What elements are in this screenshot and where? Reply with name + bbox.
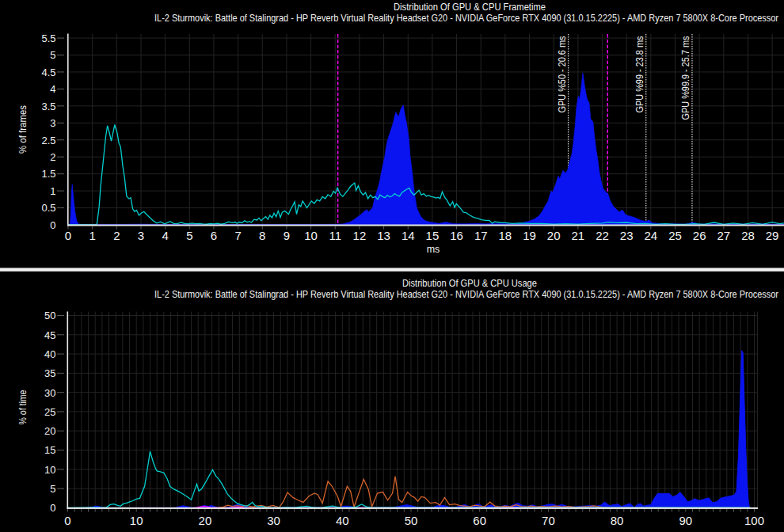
svg-text:5: 5 [50, 49, 55, 61]
svg-text:5: 5 [50, 483, 55, 495]
svg-text:25: 25 [668, 229, 682, 242]
svg-text:40: 40 [44, 348, 55, 360]
svg-text:3: 3 [50, 117, 55, 129]
svg-text:27: 27 [717, 229, 730, 242]
svg-text:9: 9 [284, 229, 290, 242]
svg-text:% of time: % of time [17, 390, 29, 424]
svg-text:Distribution Of GPU & CPU Fram: Distribution Of GPU & CPU Frametime [394, 1, 546, 13]
svg-text:100: 100 [744, 514, 764, 527]
svg-text:2: 2 [50, 151, 55, 163]
svg-text:4: 4 [162, 229, 168, 242]
svg-text:3: 3 [138, 229, 144, 242]
svg-text:12: 12 [353, 229, 367, 242]
svg-text:0: 0 [64, 514, 70, 527]
svg-text:11: 11 [329, 229, 341, 242]
svg-text:1: 1 [50, 185, 55, 197]
svg-text:0.5: 0.5 [41, 202, 55, 214]
svg-text:24: 24 [644, 229, 657, 242]
svg-text:22: 22 [596, 229, 609, 242]
svg-text:80: 80 [611, 514, 624, 527]
svg-text:14: 14 [402, 229, 415, 242]
svg-text:10: 10 [130, 514, 143, 527]
svg-text:19: 19 [523, 229, 536, 242]
svg-text:8: 8 [259, 229, 265, 242]
svg-text:2.5: 2.5 [41, 135, 55, 146]
svg-text:5.5: 5.5 [41, 32, 55, 44]
svg-text:25: 25 [44, 406, 55, 418]
svg-text:50: 50 [405, 514, 418, 527]
svg-text:16: 16 [450, 229, 463, 242]
svg-text:23: 23 [620, 229, 634, 242]
svg-text:17: 17 [474, 229, 488, 242]
svg-text:6: 6 [211, 229, 217, 242]
svg-text:2: 2 [113, 229, 120, 242]
svg-text:Distribution Of GPU & CPU Usag: Distribution Of GPU & CPU Usage [402, 277, 537, 289]
svg-text:0: 0 [50, 219, 55, 231]
svg-text:ms: ms [427, 244, 440, 255]
svg-text:20: 20 [44, 425, 55, 437]
svg-text:4.5: 4.5 [41, 66, 55, 78]
svg-text:1.5: 1.5 [41, 168, 55, 180]
svg-text:10: 10 [304, 229, 318, 242]
svg-text:IL-2 Sturmovik: Battle of Stal: IL-2 Sturmovik: Battle of Stalingrad - H… [154, 12, 779, 24]
svg-text:26: 26 [693, 229, 706, 242]
svg-text:90: 90 [679, 514, 692, 527]
svg-text:13: 13 [377, 229, 390, 242]
svg-text:45: 45 [44, 329, 55, 341]
svg-text:10: 10 [44, 464, 55, 476]
svg-text:GPU %99 - 23.8 ms: GPU %99 - 23.8 ms [634, 36, 645, 113]
svg-text:30: 30 [267, 514, 280, 527]
svg-text:18: 18 [499, 229, 512, 242]
svg-text:GPU %50 - 20.6 ms: GPU %50 - 20.6 ms [557, 36, 568, 113]
svg-text:29: 29 [766, 229, 779, 242]
svg-text:GPU %99.9 - 25.7 ms: GPU %99.9 - 25.7 ms [680, 36, 691, 120]
svg-text:70: 70 [542, 514, 555, 527]
svg-text:4: 4 [50, 83, 55, 95]
svg-text:15: 15 [44, 444, 55, 456]
svg-text:60: 60 [473, 514, 486, 527]
svg-text:28: 28 [741, 229, 755, 242]
svg-text:5: 5 [186, 229, 192, 242]
svg-text:1: 1 [89, 229, 95, 242]
svg-text:0: 0 [65, 229, 71, 242]
svg-text:35: 35 [44, 367, 55, 379]
svg-text:20: 20 [547, 229, 561, 242]
svg-text:15: 15 [426, 229, 440, 242]
svg-text:50: 50 [44, 310, 55, 321]
svg-text:30: 30 [44, 387, 55, 399]
svg-text:0: 0 [50, 502, 55, 514]
svg-text:40: 40 [336, 514, 349, 527]
svg-text:20: 20 [199, 514, 212, 527]
svg-text:7: 7 [234, 229, 241, 242]
svg-text:3.5: 3.5 [41, 101, 55, 112]
svg-text:21: 21 [572, 229, 585, 242]
svg-text:IL-2 Sturmovik: Battle of Stal: IL-2 Sturmovik: Battle of Stalingrad - H… [154, 288, 779, 300]
svg-text:% of frames: % of frames [17, 105, 29, 154]
